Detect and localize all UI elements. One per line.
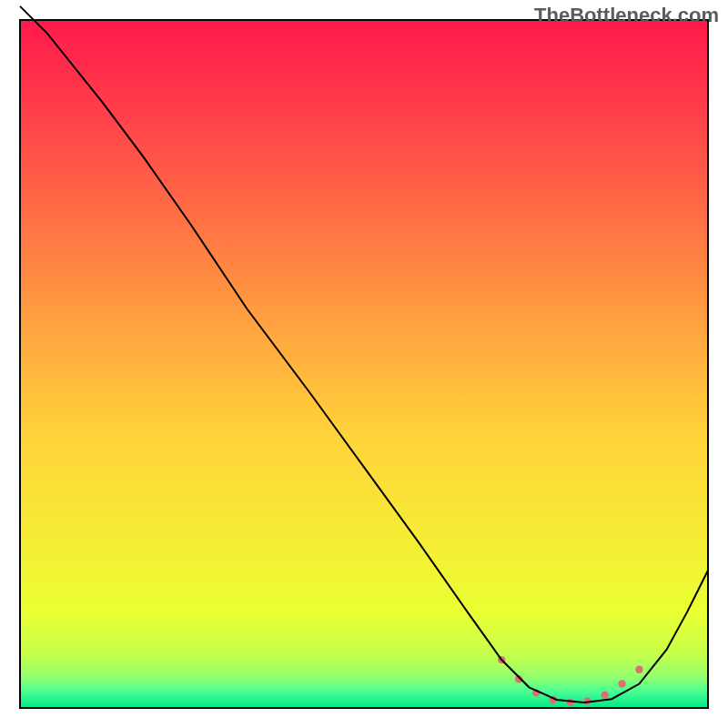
optimal-band-dot <box>567 699 574 706</box>
plot-area <box>20 6 708 708</box>
plot-background <box>20 20 708 708</box>
optimal-band-dot <box>618 680 625 687</box>
optimal-band-dot <box>601 691 608 698</box>
bottleneck-chart <box>0 0 728 728</box>
watermark-text: TheBottleneck.com <box>534 4 719 27</box>
optimal-band-dot <box>635 665 642 672</box>
